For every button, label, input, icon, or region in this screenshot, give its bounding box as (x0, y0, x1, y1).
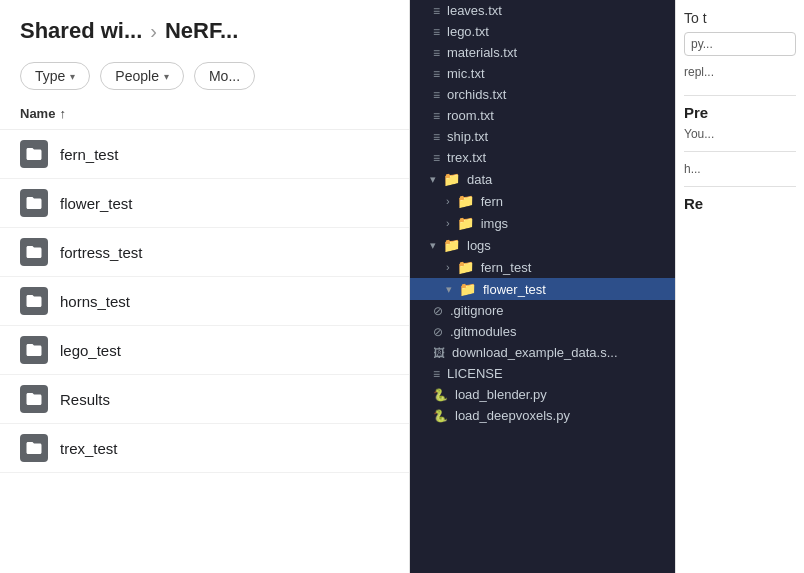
tree-item[interactable]: ›📁fern (410, 190, 675, 212)
results-title: Re (684, 195, 796, 212)
breadcrumb-current[interactable]: NeRF... (165, 18, 238, 44)
tree-item[interactable]: ≡lego.txt (410, 21, 675, 42)
right-input[interactable] (684, 32, 796, 56)
expand-icon: ▾ (430, 173, 436, 186)
tree-item[interactable]: ≡room.txt (410, 105, 675, 126)
special-icon: ⊘ (433, 325, 443, 339)
file-name: fern_test (60, 146, 118, 163)
folder-icon (20, 287, 48, 315)
type-filter-label: Type (35, 68, 65, 84)
image-icon: 🖼 (433, 346, 445, 360)
expand-icon: › (446, 261, 450, 273)
list-item[interactable]: trex_test (0, 424, 409, 473)
folder-icon: 📁 (457, 193, 474, 209)
tree-label: ship.txt (447, 129, 488, 144)
tree-item[interactable]: ≡materials.txt (410, 42, 675, 63)
name-column-header[interactable]: Name ↑ (20, 106, 66, 121)
to-label: To t (684, 10, 796, 26)
tree-item[interactable]: 🐍load_blender.py (410, 384, 675, 405)
type-filter-button[interactable]: Type ▾ (20, 62, 90, 90)
list-item[interactable]: Results (0, 375, 409, 424)
list-item[interactable]: flower_test (0, 179, 409, 228)
tree-label: data (467, 172, 492, 187)
tree-label: load_deepvoxels.py (455, 408, 570, 423)
file-icon: ≡ (433, 88, 440, 102)
list-item[interactable]: lego_test (0, 326, 409, 375)
tree-item[interactable]: ›📁fern_test (410, 256, 675, 278)
right-divider-3 (684, 186, 796, 187)
tree-item[interactable]: ⊘.gitignore (410, 300, 675, 321)
tree-label: trex.txt (447, 150, 486, 165)
people-chevron-icon: ▾ (164, 71, 169, 82)
file-icon: ≡ (433, 25, 440, 39)
people-filter-button[interactable]: People ▾ (100, 62, 184, 90)
right-panel: To t repl... Pre You... h... Re (675, 0, 804, 573)
repl-text: repl... (684, 64, 796, 81)
tree-item[interactable]: 🖼download_example_data.s... (410, 342, 675, 363)
tree-item[interactable]: ≡trex.txt (410, 147, 675, 168)
tree-item[interactable]: ▾📁logs (410, 234, 675, 256)
folder-icon (20, 434, 48, 462)
column-header: Name ↑ (0, 98, 409, 130)
tree-item[interactable]: ▾📁flower_test (410, 278, 675, 300)
expand-icon: › (446, 195, 450, 207)
more-filter-button[interactable]: Mo... (194, 62, 255, 90)
breadcrumb-parent[interactable]: Shared wi... (20, 18, 142, 44)
list-item[interactable]: fern_test (0, 130, 409, 179)
file-name: Results (60, 391, 110, 408)
folder-icon (20, 385, 48, 413)
folder-icon (20, 238, 48, 266)
tree-item[interactable]: ≡mic.txt (410, 63, 675, 84)
tree-label: LICENSE (447, 366, 503, 381)
filter-bar: Type ▾ People ▾ Mo... (0, 54, 409, 98)
breadcrumb-separator: › (150, 20, 157, 43)
python-icon: 🐍 (433, 388, 448, 402)
tree-label: .gitignore (450, 303, 503, 318)
tree-item[interactable]: 🐍load_deepvoxels.py (410, 405, 675, 426)
tree-item[interactable]: ▾📁data (410, 168, 675, 190)
file-icon: ≡ (433, 67, 440, 81)
list-item[interactable]: fortress_test (0, 228, 409, 277)
special-icon: ⊘ (433, 304, 443, 318)
tree-item[interactable]: ≡leaves.txt (410, 0, 675, 21)
tree-item[interactable]: ≡LICENSE (410, 363, 675, 384)
file-name: flower_test (60, 195, 133, 212)
right-divider-2 (684, 151, 796, 152)
file-name: horns_test (60, 293, 130, 310)
folder-icon: 📁 (443, 237, 460, 253)
tree-label: logs (467, 238, 491, 253)
folder-icon: 📁 (457, 259, 474, 275)
file-name: trex_test (60, 440, 118, 457)
type-chevron-icon: ▾ (70, 71, 75, 82)
right-divider (684, 95, 796, 96)
expand-icon: ▾ (430, 239, 436, 252)
file-icon: ≡ (433, 151, 440, 165)
preview-body: You... (684, 125, 796, 143)
tree-label: leaves.txt (447, 3, 502, 18)
tree-label: lego.txt (447, 24, 489, 39)
tree-label: .gitmodules (450, 324, 516, 339)
tree-item[interactable]: ›📁imgs (410, 212, 675, 234)
file-icon: ≡ (433, 130, 440, 144)
tree-item[interactable]: ≡ship.txt (410, 126, 675, 147)
folder-icon: 📁 (457, 215, 474, 231)
expand-icon: › (446, 217, 450, 229)
file-icon: ≡ (433, 46, 440, 60)
folder-icon (20, 189, 48, 217)
h-text: h... (684, 160, 796, 178)
left-panel: Shared wi... › NeRF... Type ▾ People ▾ M… (0, 0, 410, 573)
file-name: lego_test (60, 342, 121, 359)
tree-item[interactable]: ⊘.gitmodules (410, 321, 675, 342)
folder-icon (20, 336, 48, 364)
folder-icon: 📁 (443, 171, 460, 187)
tree-label: orchids.txt (447, 87, 506, 102)
tree-label: fern (481, 194, 503, 209)
more-filter-label: Mo... (209, 68, 240, 84)
list-item[interactable]: horns_test (0, 277, 409, 326)
expand-icon: ▾ (446, 283, 452, 296)
tree-item[interactable]: ≡orchids.txt (410, 84, 675, 105)
python-icon: 🐍 (433, 409, 448, 423)
preview-title: Pre (684, 104, 796, 121)
file-icon: ≡ (433, 367, 440, 381)
tree-label: materials.txt (447, 45, 517, 60)
